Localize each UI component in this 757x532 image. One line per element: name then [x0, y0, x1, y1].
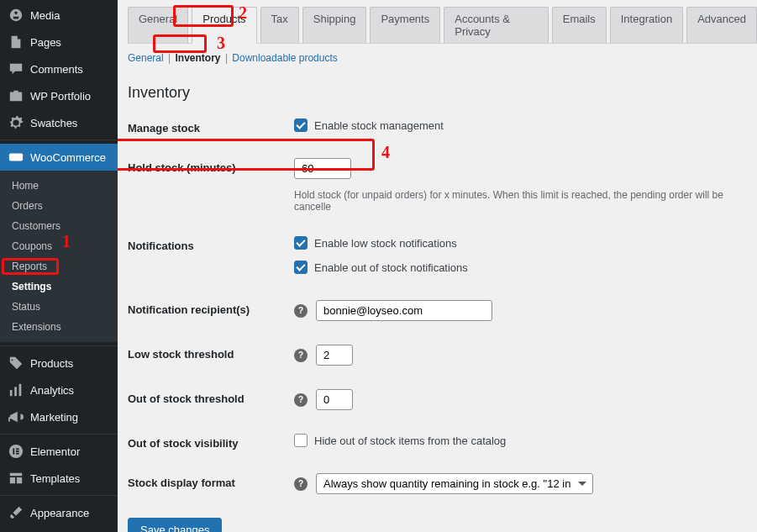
sidebar-item-woocommerce[interactable]: WooCommerce: [0, 144, 118, 171]
row-display-format: Stock display format ? Always show quant…: [128, 473, 757, 494]
svg-rect-2: [14, 387, 17, 396]
woo-submenu-customers[interactable]: Customers: [0, 216, 118, 236]
sidebar-item-elementor[interactable]: Elementor: [0, 438, 118, 465]
svg-rect-3: [19, 384, 22, 396]
help-icon[interactable]: ?: [294, 304, 308, 318]
sidebar-separator: [0, 495, 118, 496]
subtab-inventory[interactable]: Inventory: [176, 52, 221, 64]
checkbox-low-stock-wrap[interactable]: Enable low stock notifications: [294, 236, 457, 250]
checkbox-manage-stock-label: Enable stock management: [314, 119, 444, 132]
tab-accounts-privacy[interactable]: Accounts & Privacy: [444, 7, 549, 43]
sidebar-separator: [0, 434, 118, 435]
sidebar-item-appearance[interactable]: Appearance: [0, 499, 118, 526]
svg-rect-5: [13, 448, 14, 454]
sidebar-item-label: Swatches: [30, 117, 77, 129]
help-icon[interactable]: ?: [294, 477, 308, 491]
help-icon[interactable]: ?: [294, 393, 308, 407]
sidebar-item-label: Elementor: [30, 445, 80, 458]
checkbox-manage-stock[interactable]: [294, 119, 308, 132]
sidebar-item-label: Appearance: [30, 507, 89, 519]
sidebar-separator: [0, 140, 118, 140]
label-display-format: Stock display format: [128, 473, 294, 489]
sidebar-item-media[interactable]: Media: [0, 2, 118, 29]
sidebar-item-swatches[interactable]: Swatches: [0, 109, 118, 136]
save-button[interactable]: Save changes: [128, 518, 222, 532]
row-notifications: Notifications Enable low stock notificat…: [128, 236, 757, 252]
page-title: Inventory: [128, 84, 757, 102]
row-out-threshold: Out of stock threshold ?: [128, 389, 757, 410]
woo-submenu-home[interactable]: Home: [0, 176, 118, 196]
select-display-format[interactable]: Always show quantity remaining in stock …: [316, 473, 593, 494]
tab-payments[interactable]: Payments: [370, 7, 440, 43]
checkbox-out-stock-label: Enable out of stock notifications: [314, 261, 468, 274]
sidebar-item-products[interactable]: Products: [0, 350, 118, 377]
sidebar-item-plugins[interactable]: Plugins: [0, 526, 118, 532]
tab-general[interactable]: General: [128, 7, 188, 43]
woo-submenu-orders[interactable]: Orders: [0, 196, 118, 216]
tab-advanced[interactable]: Advanced: [686, 7, 757, 43]
subtab-general[interactable]: General: [128, 52, 164, 64]
row-recipients: Notification recipient(s) ?: [128, 300, 757, 321]
row-hold-stock-desc: Hold stock (for unpaid orders) for x min…: [128, 184, 757, 213]
desc-hold-stock: Hold stock (for unpaid orders) for x min…: [294, 189, 757, 213]
elementor-icon: [8, 444, 24, 459]
woo-submenu-reports[interactable]: Reports: [0, 256, 118, 277]
tab-products[interactable]: Products: [192, 7, 256, 44]
sidebar-item-label: Analytics: [30, 384, 74, 397]
row-low-threshold: Low stock threshold ?: [128, 345, 757, 366]
checkbox-oos-visibility-label: Hide out of stock items from the catalog: [314, 435, 506, 447]
checkbox-oos-visibility-wrap[interactable]: Hide out of stock items from the catalog: [294, 434, 506, 447]
help-icon[interactable]: ?: [294, 349, 308, 362]
checkbox-oos-visibility[interactable]: [294, 434, 308, 447]
woo-submenu-extensions[interactable]: Extensions: [0, 317, 118, 337]
settings-subtabs: General | Inventory | Downloadable produ…: [128, 44, 757, 64]
bars-icon: [8, 382, 24, 398]
row-manage-stock: Manage stock Enable stock management: [128, 119, 757, 134]
checkbox-low-stock[interactable]: [294, 236, 308, 250]
svg-rect-8: [16, 453, 19, 455]
sidebar-item-templates[interactable]: Templates: [0, 465, 118, 492]
checkbox-out-stock[interactable]: [294, 261, 308, 274]
subtab-downloadable-products[interactable]: Downloadable products: [232, 52, 337, 64]
sidebar-item-marketing[interactable]: Marketing: [0, 403, 118, 430]
row-notifications-2: Enable out of stock notifications: [128, 261, 757, 277]
brush-icon: [8, 505, 24, 520]
row-hold-stock: Hold stock (minutes): [128, 158, 757, 179]
tag-icon: [8, 356, 24, 371]
woo-submenu-status[interactable]: Status: [0, 297, 118, 317]
svg-rect-7: [16, 450, 19, 452]
sidebar-item-analytics[interactable]: Analytics: [0, 377, 118, 403]
woo-submenu-settings[interactable]: Settings: [0, 277, 118, 297]
sidebar-item-wp-portfolio[interactable]: WP Portfolio: [0, 82, 118, 109]
sidebar-item-pages[interactable]: Pages: [0, 29, 118, 55]
portfolio-icon: [8, 88, 24, 103]
svg-rect-0: [9, 154, 23, 161]
svg-rect-1: [10, 390, 13, 396]
settings-tabs: GeneralProductsTaxShippingPaymentsAccoun…: [128, 0, 757, 44]
sidebar-item-comments[interactable]: Comments: [0, 55, 118, 82]
label-manage-stock: Manage stock: [128, 119, 294, 134]
gear-icon: [8, 115, 24, 130]
tab-tax[interactable]: Tax: [260, 7, 299, 43]
woo-submenu: HomeOrdersCustomersCouponsReportsSetting…: [0, 171, 118, 342]
checkbox-out-stock-wrap[interactable]: Enable out of stock notifications: [294, 261, 468, 274]
sidebar-item-label: Pages: [30, 36, 61, 49]
checkbox-manage-stock-wrap[interactable]: Enable stock management: [294, 119, 444, 132]
content-area: GeneralProductsTaxShippingPaymentsAccoun…: [118, 0, 757, 532]
input-recipients[interactable]: [316, 300, 492, 321]
row-oos-visibility: Out of stock visibility Hide out of stoc…: [128, 434, 757, 450]
comment-icon: [8, 61, 24, 76]
tab-shipping[interactable]: Shipping: [302, 7, 367, 43]
input-out-threshold[interactable]: [316, 389, 353, 410]
tab-emails[interactable]: Emails: [552, 7, 607, 43]
templates-icon: [8, 471, 24, 486]
label-notifications: Notifications: [128, 236, 294, 252]
page-icon: [8, 34, 24, 50]
sidebar-item-label: WooCommerce: [30, 151, 106, 164]
tab-integration[interactable]: Integration: [610, 7, 683, 43]
label-recipients: Notification recipient(s): [128, 303, 250, 316]
input-hold-stock[interactable]: [294, 158, 351, 179]
input-low-threshold[interactable]: [316, 345, 353, 366]
sidebar-item-label: Comments: [30, 63, 83, 76]
woo-submenu-coupons[interactable]: Coupons: [0, 236, 118, 256]
